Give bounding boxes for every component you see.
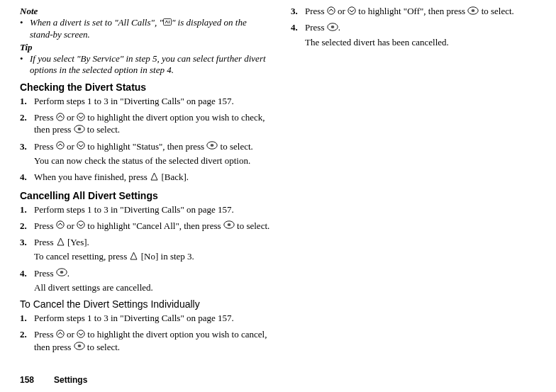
- step-text: Press: [305, 22, 327, 33]
- tip-bullet: • If you select "By Service" in step 5, …: [20, 53, 271, 77]
- step-text: or: [65, 329, 77, 340]
- step-text: [Yes].: [65, 237, 89, 247]
- step-note: You can now check the status of the sele…: [34, 155, 253, 167]
- center-key-icon: [74, 125, 85, 137]
- step-text: or: [335, 6, 348, 16]
- tip-heading: Tip: [20, 42, 271, 53]
- step-note: To cancel resetting, press: [34, 251, 129, 262]
- step-text: Perform steps 1 to 3 in "Diverting Calls…: [34, 96, 234, 108]
- list-item: 2. Press or to highlight "Cancel All", t…: [20, 220, 271, 233]
- up-key-icon: [56, 141, 65, 153]
- bullet-dot: •: [20, 17, 30, 40]
- step-text: to select.: [218, 141, 252, 152]
- step-text: Perform steps 1 to 3 in "Diverting Calls…: [34, 313, 234, 325]
- step-number: 1.: [20, 313, 34, 325]
- step-text: to select.: [235, 220, 269, 231]
- step-text: Press: [34, 268, 56, 279]
- step-text: Press: [34, 141, 56, 152]
- list-item: 4. Press . The selected divert has been …: [291, 22, 542, 48]
- step-text: or: [65, 220, 77, 231]
- step-text: Press: [34, 112, 56, 123]
- down-key-icon: [77, 220, 85, 233]
- step-number: 4.: [291, 22, 305, 48]
- list-item: 3. Press [Yes]. To cancel resetting, pre…: [20, 237, 271, 264]
- center-key-icon: [56, 268, 67, 280]
- footer-label: Settings: [54, 375, 87, 385]
- step-text: or: [65, 141, 77, 152]
- list-item: 2. Press or to highlight the divert opti…: [20, 329, 271, 354]
- up-key-icon: [56, 220, 65, 233]
- step-note: [No] in step 3.: [138, 251, 194, 262]
- tip-text: If you select "By Service" in step 5, yo…: [30, 53, 271, 77]
- center-key-icon: [223, 220, 235, 233]
- down-key-icon: [77, 141, 85, 153]
- up-key-icon: [327, 6, 335, 18]
- note-bullet: • When a divert is set to "All Calls", "…: [20, 17, 271, 40]
- bullet-dot: •: [20, 53, 30, 77]
- step-number: 2.: [20, 112, 34, 137]
- list-item: 1. Perform steps 1 to 3 in "Diverting Ca…: [20, 96, 271, 108]
- step-text: to highlight "Cancel All", then press: [85, 220, 223, 231]
- step-note: The selected divert has been cancelled.: [305, 37, 449, 49]
- step-number: 2.: [20, 220, 34, 233]
- step-text: Press: [34, 329, 56, 340]
- center-key-icon: [206, 141, 218, 153]
- center-key-icon: [327, 23, 338, 35]
- step-number: 2.: [20, 329, 34, 354]
- list-item: 4. Press . All divert settings are cance…: [20, 268, 271, 294]
- list-item: 1. Perform steps 1 to 3 in "Diverting Ca…: [20, 204, 271, 216]
- step-text: Press: [34, 220, 56, 231]
- step-text: Press: [305, 6, 327, 16]
- list-item: 3. Press or to highlight "Status", then …: [20, 141, 271, 167]
- step-text: to highlight "Status", then press: [85, 141, 206, 152]
- step-number: 1.: [20, 204, 34, 216]
- step-number: 3.: [291, 6, 305, 18]
- step-note: All divert settings are cancelled.: [34, 282, 153, 294]
- soft-key-icon: [56, 237, 65, 250]
- step-number: 4.: [20, 268, 34, 294]
- step-text: .: [67, 268, 70, 279]
- down-key-icon: [77, 330, 85, 342]
- step-text: Perform steps 1 to 3 in "Diverting Calls…: [34, 204, 234, 216]
- soft-key-icon: [150, 172, 159, 184]
- step-text: to select.: [85, 342, 120, 352]
- cancel-individual-heading: To Cancel the Divert Settings Individual…: [20, 298, 271, 310]
- step-text: to select.: [479, 6, 513, 16]
- soft-key-icon: [129, 252, 138, 264]
- center-key-icon: [467, 6, 479, 18]
- step-text: When you have finished, press: [34, 172, 150, 182]
- center-key-icon: [74, 342, 85, 354]
- down-key-icon: [77, 113, 85, 125]
- up-key-icon: [56, 113, 65, 125]
- step-text: to select.: [85, 124, 120, 135]
- step-text: to highlight "Off", then press: [356, 6, 467, 16]
- page-number: 158: [20, 375, 34, 385]
- list-item: 3. Press or to highlight "Off", then pre…: [291, 6, 542, 18]
- divert-indicator-icon: [163, 17, 172, 28]
- step-text: .: [338, 22, 340, 33]
- note-text-a: When a divert is set to "All Calls", ": [30, 17, 163, 28]
- step-text: Press: [34, 237, 56, 247]
- cancel-all-heading: Cancelling All Divert Settings: [20, 190, 271, 201]
- up-key-icon: [56, 330, 65, 342]
- list-item: 4. When you have finished, press [Back].: [20, 172, 271, 184]
- step-number: 1.: [20, 96, 34, 108]
- step-text: [Back].: [159, 172, 189, 182]
- step-text: or: [65, 112, 77, 123]
- down-key-icon: [348, 6, 356, 18]
- note-heading: Note: [20, 6, 271, 17]
- list-item: 2. Press or to highlight the divert opti…: [20, 112, 271, 137]
- page-footer: 158Settings: [20, 375, 87, 385]
- step-number: 4.: [20, 172, 34, 184]
- step-number: 3.: [20, 237, 34, 264]
- checking-heading: Checking the Divert Status: [20, 82, 271, 93]
- list-item: 1. Perform steps 1 to 3 in "Diverting Ca…: [20, 313, 271, 325]
- step-number: 3.: [20, 141, 34, 167]
